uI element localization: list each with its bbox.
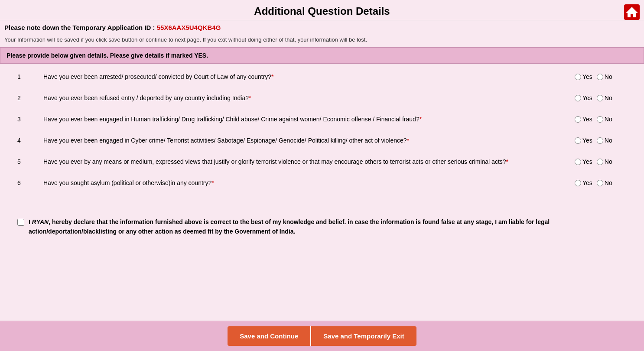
required-marker-6: * xyxy=(211,179,214,186)
question-text-1: Have you ever been arrested/ prosecuted/… xyxy=(43,72,575,81)
declaration-checkbox[interactable] xyxy=(17,219,24,226)
radio-group-2: Yes No xyxy=(575,94,627,101)
questions-area: 1 Have you ever been arrested/ prosecute… xyxy=(0,64,644,208)
app-id-value: 55X6AAX5U4QKB4G xyxy=(157,24,221,31)
radio-no-5-text: No xyxy=(605,158,612,165)
question-num-3: 3 xyxy=(17,115,43,123)
question-num-2: 2 xyxy=(17,94,43,101)
section-notice: Please provide below given details. Plea… xyxy=(0,47,644,64)
info-text: Your Information will be saved if you cl… xyxy=(0,35,644,47)
radio-yes-6-label[interactable]: Yes xyxy=(575,179,592,186)
required-marker-2: * xyxy=(249,94,251,101)
radio-yes-4-label[interactable]: Yes xyxy=(575,137,592,144)
question-num-6: 6 xyxy=(17,179,43,186)
question-text-4: Have you ever been engaged in Cyber crim… xyxy=(43,136,575,145)
radio-yes-1-text: Yes xyxy=(582,73,592,80)
page-wrapper: Additional Question Details Please note … xyxy=(0,0,644,351)
question-num-5: 5 xyxy=(17,157,43,165)
required-marker-1: * xyxy=(271,73,273,80)
radio-group-1: Yes No xyxy=(575,72,627,80)
radio-yes-5[interactable] xyxy=(575,159,581,165)
required-marker-5: * xyxy=(506,158,508,165)
question-text-3: Have you ever been engaged in Human traf… xyxy=(43,115,575,124)
radio-yes-1-label[interactable]: Yes xyxy=(575,73,592,80)
radio-no-2[interactable] xyxy=(597,95,603,101)
declaration-area: I RYAN, hereby declare that the informat… xyxy=(0,208,644,245)
radio-no-4-label[interactable]: No xyxy=(597,137,612,144)
radio-no-4-text: No xyxy=(605,137,612,144)
radio-yes-6[interactable] xyxy=(575,180,581,186)
radio-no-1[interactable] xyxy=(597,74,603,80)
required-marker-3: * xyxy=(420,116,422,123)
radio-group-6: Yes No xyxy=(575,179,627,186)
radio-yes-3-text: Yes xyxy=(582,116,592,123)
save-exit-button[interactable]: Save and Temporarily Exit xyxy=(310,326,416,346)
app-id-bar: Please note down the Temporary Applicati… xyxy=(0,20,644,35)
radio-yes-2[interactable] xyxy=(575,95,581,101)
radio-no-1-text: No xyxy=(605,73,612,80)
question-text-5: Have you ever by any means or medium, ex… xyxy=(43,157,575,166)
save-continue-button[interactable]: Save and Continue xyxy=(228,326,310,346)
question-row: 5 Have you ever by any means or medium, … xyxy=(17,157,627,166)
question-row: 4 Have you ever been engaged in Cyber cr… xyxy=(17,136,627,145)
radio-group-4: Yes No xyxy=(575,136,627,144)
radio-yes-3-label[interactable]: Yes xyxy=(575,116,592,123)
question-num-4: 4 xyxy=(17,136,43,144)
declaration-paragraph: I RYAN, hereby declare that the informat… xyxy=(29,217,627,237)
radio-group-5: Yes No xyxy=(575,157,627,165)
question-row: 1 Have you ever been arrested/ prosecute… xyxy=(17,72,627,81)
radio-no-6-text: No xyxy=(605,179,612,186)
radio-yes-4-text: Yes xyxy=(582,137,592,144)
radio-yes-2-label[interactable]: Yes xyxy=(575,94,592,101)
radio-yes-6-text: Yes xyxy=(582,179,592,186)
radio-no-6[interactable] xyxy=(597,180,603,186)
question-row: 6 Have you sought asylum (political or o… xyxy=(17,179,627,188)
question-text-6: Have you sought asylum (political or oth… xyxy=(43,179,575,188)
radio-yes-1[interactable] xyxy=(575,74,581,80)
radio-no-3-label[interactable]: No xyxy=(597,116,612,123)
question-row: 3 Have you ever been engaged in Human tr… xyxy=(17,115,627,124)
app-id-label: Please note down the Temporary Applicati… xyxy=(4,24,155,31)
declaration-text: I RYAN, hereby declare that the informat… xyxy=(17,217,627,237)
radio-yes-2-text: Yes xyxy=(582,94,592,101)
radio-yes-3[interactable] xyxy=(575,116,581,123)
radio-group-3: Yes No xyxy=(575,115,627,123)
radio-yes-4[interactable] xyxy=(575,137,581,144)
required-marker-4: * xyxy=(407,137,409,144)
radio-no-6-label[interactable]: No xyxy=(597,179,612,186)
radio-no-5[interactable] xyxy=(597,159,603,165)
radio-no-5-label[interactable]: No xyxy=(597,158,612,165)
page-title: Additional Question Details xyxy=(0,5,644,17)
radio-no-4[interactable] xyxy=(597,137,603,144)
radio-no-3[interactable] xyxy=(597,116,603,123)
header-bar: Additional Question Details xyxy=(0,0,644,20)
radio-no-3-text: No xyxy=(605,116,612,123)
radio-no-2-label[interactable]: No xyxy=(597,94,612,101)
footer-buttons: Save and Continue Save and Temporarily E… xyxy=(0,321,644,351)
question-row: 2 Have you ever been refused entry / dep… xyxy=(17,94,627,103)
declaration-name: RYAN xyxy=(32,218,49,225)
question-text-2: Have you ever been refused entry / depor… xyxy=(43,94,575,103)
home-icon[interactable] xyxy=(624,4,640,20)
radio-no-2-text: No xyxy=(605,94,612,101)
radio-no-1-label[interactable]: No xyxy=(597,73,612,80)
radio-yes-5-text: Yes xyxy=(582,158,592,165)
question-num-1: 1 xyxy=(17,72,43,80)
radio-yes-5-label[interactable]: Yes xyxy=(575,158,592,165)
